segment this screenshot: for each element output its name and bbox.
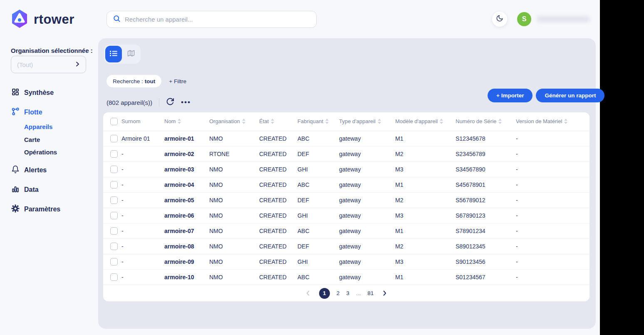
- bar-chart-icon: [11, 185, 20, 195]
- sidebar-item-flotte[interactable]: Flotte: [0, 107, 42, 117]
- cell-serie: S67890123: [456, 208, 516, 223]
- list-view-icon: [110, 50, 117, 58]
- view-toggle: [104, 45, 141, 64]
- cell-surnom: -: [121, 269, 164, 285]
- row-checkbox[interactable]: [110, 196, 118, 204]
- divider: [159, 98, 159, 107]
- pagination-pages: 123...81: [319, 288, 374, 299]
- sidebar-item-data[interactable]: Data: [0, 185, 39, 195]
- row-checkbox[interactable]: [110, 227, 118, 235]
- cell-surnom: -: [121, 146, 164, 161]
- cell-surnom: -: [121, 238, 164, 254]
- column-header[interactable]: État: [259, 112, 297, 131]
- sidebar-item-alertes[interactable]: Alertes: [0, 165, 47, 175]
- device-search[interactable]: [107, 11, 317, 28]
- table-row[interactable]: -armoire-10NMOCREATEDABCgatewayM1S012345…: [103, 269, 590, 285]
- bell-icon: [11, 165, 20, 175]
- row-checkbox[interactable]: [110, 150, 118, 158]
- cell-etat: CREATED: [259, 146, 297, 161]
- row-checkbox[interactable]: [110, 258, 118, 266]
- cell-serie: S78901234: [456, 223, 516, 238]
- cell-serie: S23456789: [456, 146, 516, 161]
- cell-modele: M3: [395, 254, 456, 269]
- user-avatar[interactable]: S: [517, 12, 531, 26]
- cell-organisation: NMO: [209, 177, 259, 192]
- import-button[interactable]: + Importer: [488, 89, 533, 102]
- devices-table-card: SurnomNomOrganisationÉtatFabriquantType …: [103, 112, 590, 301]
- previous-page-button[interactable]: [306, 290, 310, 296]
- table-row[interactable]: -armoire-08NMOCREATEDDEFgatewayM2S890123…: [103, 238, 590, 254]
- cell-nom: armoire-08: [164, 238, 209, 254]
- cell-nom: armoire-05: [164, 192, 209, 208]
- column-header[interactable]: Organisation: [209, 112, 259, 131]
- cell-type: gateway: [339, 269, 395, 285]
- cell-nom: armoire-02: [164, 146, 209, 161]
- refresh-button[interactable]: [166, 97, 174, 107]
- column-header[interactable]: Type d'appareil: [339, 112, 395, 131]
- add-filter-button[interactable]: + Filtre: [169, 78, 186, 84]
- row-checkbox[interactable]: [110, 135, 118, 142]
- table-row[interactable]: -armoire-07NMOCREATEDABCgatewayM1S789012…: [103, 223, 590, 238]
- table-row[interactable]: -armoire-09NMOCREATEDGHIgatewayM3S901234…: [103, 254, 590, 269]
- more-actions-button[interactable]: •••: [181, 98, 191, 107]
- column-label: Organisation: [209, 118, 240, 124]
- table-row[interactable]: Armoire 01armoire-01NMOCREATEDABCgateway…: [103, 131, 590, 146]
- cell-serie: S45678901: [456, 177, 516, 192]
- column-header[interactable]: Fabriquant: [297, 112, 339, 131]
- column-header[interactable]: Numéro de Série: [456, 112, 516, 131]
- cell-nom: armoire-07: [164, 223, 209, 238]
- search-filter-chip[interactable]: Recherche : tout: [107, 75, 161, 87]
- search-input[interactable]: [125, 16, 310, 23]
- map-view-button[interactable]: [123, 46, 139, 62]
- table-body: Armoire 01armoire-01NMOCREATEDABCgateway…: [103, 131, 590, 285]
- column-header[interactable]: Version de Matériel: [516, 112, 590, 131]
- chevron-right-icon: [75, 61, 80, 68]
- page-button-active[interactable]: 1: [319, 288, 330, 299]
- cell-serie: S90123456: [456, 254, 516, 269]
- cell-fabriquant: GHI: [297, 208, 339, 223]
- cell-version: -: [516, 192, 590, 208]
- column-label: Modèle d'appareil: [395, 118, 438, 124]
- page-button[interactable]: 3: [346, 290, 349, 296]
- table-row[interactable]: -armoire-02RTONECREATEDDEFgatewayM2S2345…: [103, 146, 590, 161]
- sort-icon: [271, 119, 274, 124]
- page-button[interactable]: 2: [337, 290, 340, 296]
- row-checkbox[interactable]: [110, 212, 118, 219]
- sort-icon: [178, 119, 181, 124]
- sidebar-item-label: Synthèse: [24, 89, 54, 97]
- sidebar-subitem-operations[interactable]: Opérations: [24, 149, 57, 156]
- cell-modele: M1: [395, 177, 456, 192]
- sidebar-subitem-carte[interactable]: Carte: [24, 136, 40, 143]
- column-header[interactable]: Modèle d'appareil: [395, 112, 456, 131]
- select-all-checkbox[interactable]: [110, 118, 118, 125]
- cell-fabriquant: ABC: [297, 223, 339, 238]
- row-checkbox[interactable]: [110, 181, 118, 189]
- theme-toggle-button[interactable]: [492, 12, 507, 27]
- cell-serie: S12345678: [456, 131, 516, 146]
- generate-report-button[interactable]: Générer un rapport: [536, 89, 604, 102]
- cell-fabriquant: GHI: [297, 161, 339, 177]
- sidebar-item-parametres[interactable]: Paramètres: [0, 204, 60, 214]
- table-row[interactable]: -armoire-04NMOCREATEDABCgatewayM1S456789…: [103, 177, 590, 192]
- column-header[interactable]: Nom: [164, 112, 209, 131]
- sidebar-item-synthese[interactable]: Synthèse: [0, 88, 54, 98]
- sort-icon: [325, 119, 329, 124]
- next-page-button[interactable]: [383, 290, 386, 296]
- list-view-button[interactable]: [105, 46, 122, 62]
- cell-serie: S56789012: [456, 192, 516, 208]
- cell-fabriquant: ABC: [297, 131, 339, 146]
- table-row[interactable]: -armoire-05NMOCREATEDDEFgatewayM2S567890…: [103, 192, 590, 208]
- cell-type: gateway: [339, 131, 395, 146]
- column-label: Version de Matériel: [516, 118, 562, 124]
- cell-modele: M1: [395, 131, 456, 146]
- sidebar-subitem-appareils[interactable]: Appareils: [24, 123, 52, 130]
- row-checkbox[interactable]: [110, 273, 118, 281]
- cell-version: -: [516, 177, 590, 192]
- row-checkbox[interactable]: [110, 243, 118, 250]
- table-row[interactable]: -armoire-03NMOCREATEDGHIgatewayM3S345678…: [103, 161, 590, 177]
- organisation-select[interactable]: (Tout): [11, 56, 86, 73]
- cell-surnom: -: [121, 161, 164, 177]
- row-checkbox[interactable]: [110, 166, 118, 173]
- table-row[interactable]: -armoire-06NMOCREATEDGHIgatewayM3S678901…: [103, 208, 590, 223]
- page-button[interactable]: 81: [367, 290, 374, 296]
